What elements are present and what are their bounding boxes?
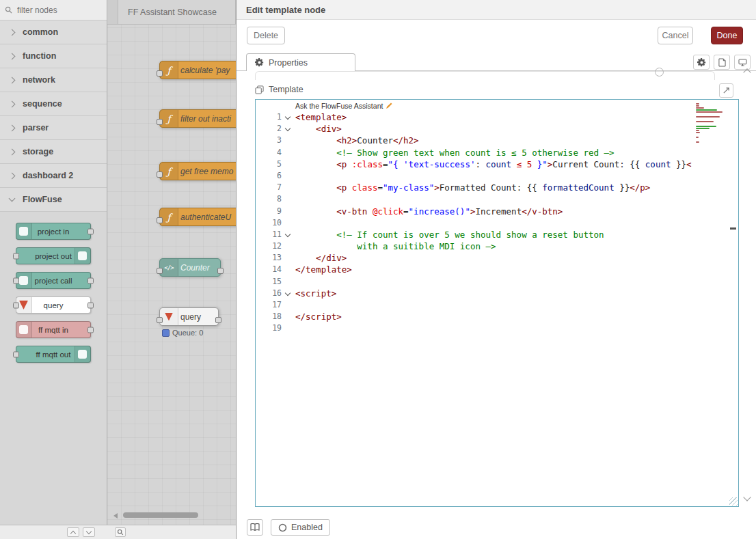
palette-node-ff-mqtt-in[interactable]: ff mqtt in — [16, 321, 91, 338]
input-port[interactable] — [13, 351, 19, 357]
chevron-right-icon — [9, 172, 16, 179]
enabled-toggle-button[interactable]: Enabled — [271, 519, 330, 536]
code-line: <!— If count is over 5 we should show a … — [295, 229, 697, 240]
expand-editor-button[interactable] — [719, 83, 733, 98]
workspace-node-counter[interactable]: </>Counter — [159, 258, 221, 277]
node-help-button[interactable] — [247, 519, 263, 536]
line-number: 15 — [256, 276, 282, 288]
palette-node-label: ff mqtt in — [16, 322, 90, 337]
output-port[interactable] — [87, 228, 94, 234]
search-input[interactable] — [16, 5, 100, 16]
output-port[interactable] — [87, 302, 94, 308]
palette-collapse-all-button[interactable] — [67, 527, 79, 537]
code-token — [295, 182, 336, 193]
palette-category-sequence[interactable]: sequence — [0, 92, 107, 116]
palette-node-project-call[interactable]: project call — [16, 272, 91, 289]
code-editor[interactable]: Ask the FlowFuse Assistant 1234567891011… — [255, 99, 739, 507]
delete-button[interactable]: Delete — [247, 27, 285, 44]
palette-node-query[interactable]: query — [16, 296, 91, 314]
workspace-node-filter-out-inacti[interactable]: ƒfilter out inacti — [159, 109, 236, 128]
chevron-right-icon — [9, 100, 16, 107]
minimap-line — [696, 105, 699, 107]
palette-node-ff-mqtt-out[interactable]: ff mqtt out — [16, 346, 91, 363]
gutter-row: 2 — [256, 123, 294, 135]
cancel-button[interactable]: Cancel — [658, 27, 693, 44]
line-number: 5 — [256, 158, 282, 170]
input-port[interactable] — [13, 277, 19, 284]
code-line — [295, 170, 697, 182]
output-port[interactable] — [87, 277, 94, 284]
horizontal-scrollbar[interactable] — [123, 512, 198, 518]
palette-category-function[interactable]: function — [0, 44, 107, 68]
output-port[interactable] — [217, 268, 224, 274]
code-token: </template> — [295, 264, 352, 275]
line-number: 13 — [256, 252, 282, 264]
palette-category-common[interactable]: common — [0, 20, 107, 44]
workspace-node-get-free-memo[interactable]: ƒget free memo — [159, 162, 236, 180]
palette-category-dashboard-2[interactable]: dashboard 2 — [0, 164, 107, 188]
tab-properties[interactable]: Properties — [246, 53, 355, 71]
code-token — [295, 206, 336, 217]
input-port[interactable] — [157, 268, 163, 274]
workspace-node-calculate-pay[interactable]: ƒcalculate 'pay — [159, 61, 236, 79]
input-port[interactable] — [157, 171, 163, 178]
output-port[interactable] — [87, 327, 94, 333]
palette-category-label: storage — [23, 147, 53, 156]
input-port[interactable] — [157, 70, 163, 77]
scrolled-form-toggle[interactable] — [655, 68, 664, 77]
query-icon — [160, 308, 178, 325]
palette-category-FlowFuse[interactable]: FlowFuse — [0, 188, 107, 212]
code-token: Increment — [475, 206, 522, 217]
scroll-left-icon[interactable] — [113, 513, 118, 519]
code-line: </template> — [295, 264, 697, 275]
gutter-row: 5 — [256, 158, 294, 170]
line-number: 8 — [256, 193, 282, 205]
palette-category-label: parser — [23, 123, 49, 133]
fold-icon[interactable] — [285, 232, 291, 237]
code-token — [347, 159, 352, 169]
line-number: 9 — [256, 206, 282, 217]
chevron-right-icon — [9, 124, 16, 131]
palette-category-storage[interactable]: storage — [0, 140, 107, 164]
input-port[interactable] — [13, 253, 19, 259]
done-button[interactable]: Done — [711, 27, 743, 44]
palette-node-project-out[interactable]: project out — [16, 247, 91, 264]
fold-icon[interactable] — [285, 290, 291, 296]
input-port[interactable] — [157, 317, 163, 323]
palette-category-parser[interactable]: parser — [0, 116, 107, 140]
editor-resize-grip[interactable] — [729, 497, 738, 506]
editor-minimap[interactable] — [696, 103, 727, 146]
node-appearance-button[interactable] — [734, 55, 751, 70]
code-token — [367, 206, 373, 217]
zoom-search-button[interactable] — [115, 527, 126, 537]
dialog-scroll-down-icon[interactable] — [743, 493, 751, 501]
line-number: 11 — [256, 229, 282, 240]
node-description-button[interactable] — [714, 55, 730, 70]
edit-template-dialog: Edit template node Delete Cancel Done Pr… — [236, 0, 756, 539]
fold-icon[interactable] — [285, 114, 291, 120]
node-settings-button[interactable] — [693, 55, 710, 70]
input-port[interactable] — [157, 217, 163, 223]
status-text: Queue: 0 — [172, 329, 203, 337]
code-token: Counter — [357, 135, 393, 146]
workspace-canvas[interactable]: Queue: 0 ƒcalculate 'payƒfilter out inac… — [107, 0, 236, 525]
code-line: <div> — [295, 123, 697, 135]
input-port[interactable] — [13, 302, 19, 308]
tab-ff-assistant-showcase[interactable]: FF Assistant Showcase — [118, 0, 236, 24]
minimap-line — [696, 139, 727, 141]
chevron-right-icon — [9, 148, 16, 155]
editor-gutter: 12345678910111213141516171819 — [256, 111, 294, 335]
fold-icon[interactable] — [285, 126, 291, 131]
line-number: 6 — [256, 170, 282, 182]
minimap-line — [696, 123, 727, 125]
gutter-row: 4 — [256, 147, 294, 158]
palette-category-network[interactable]: network — [0, 68, 107, 92]
workspace-node-authenticateu[interactable]: ƒauthenticateU — [159, 208, 236, 226]
palette-node-project-in[interactable]: project in — [16, 223, 91, 240]
assistant-hint[interactable]: Ask the FlowFuse Assistant — [295, 102, 392, 110]
workspace-node-query[interactable]: query — [159, 307, 219, 326]
output-port[interactable] — [215, 317, 221, 323]
palette-expand-all-button[interactable] — [83, 527, 95, 537]
input-port[interactable] — [157, 119, 163, 125]
line-number: 16 — [256, 288, 282, 299]
